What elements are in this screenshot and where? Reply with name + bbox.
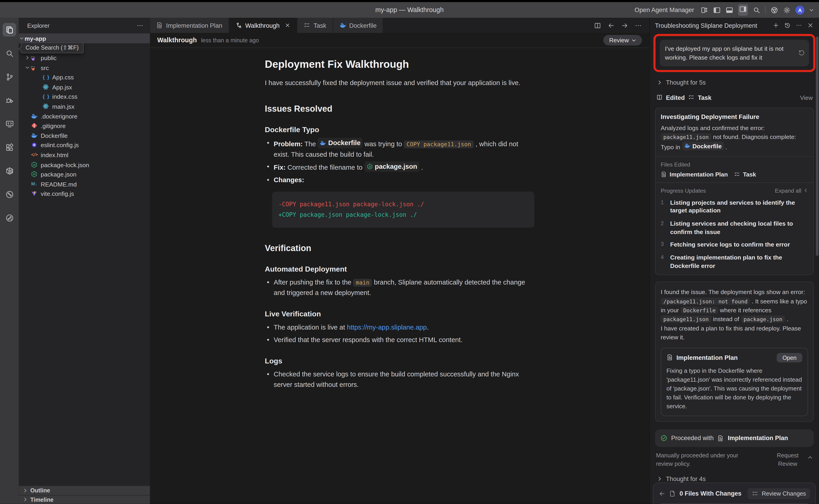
progress-item[interactable]: 2Listing services and checking local fil… <box>661 219 808 236</box>
investigation-card: Investigating Deployment Failure Analyze… <box>655 107 814 275</box>
edited-file-implementation-plan[interactable]: Implementation Plan <box>661 171 728 177</box>
close-panel-icon[interactable] <box>807 22 814 29</box>
tree-item-dockerfile[interactable]: Dockerfile <box>19 131 150 140</box>
chevron-right-icon <box>23 497 28 502</box>
tree-item-package-lock-json[interactable]: JSpackage-lock.json <box>19 160 150 169</box>
tree-item-main-jsx[interactable]: main.jsx <box>19 101 150 111</box>
chevron-down-icon[interactable] <box>809 8 814 12</box>
view-link[interactable]: View <box>800 94 813 101</box>
restore-checkpoint-icon[interactable] <box>798 50 805 56</box>
conversation-body: I've deployed my app on sliplane but it … <box>650 33 819 504</box>
bullet-list: After pushing the fix to the main branch… <box>265 277 534 298</box>
layout-grid-icon[interactable] <box>700 6 708 14</box>
tree-root-my-app[interactable]: my-app <box>19 33 150 43</box>
edited-file-name[interactable]: Task <box>698 94 711 101</box>
new-conversation-icon[interactable] <box>773 22 779 29</box>
activity-item-agent-graph[interactable] <box>3 187 16 201</box>
expand-all-button[interactable]: Expand all <box>775 187 808 194</box>
editor-more-icon[interactable] <box>635 22 642 29</box>
activity-item-search[interactable] <box>3 46 16 60</box>
progress-item[interactable]: 3Fetching service logs to confirm the er… <box>661 240 808 249</box>
tab-implementation-plan[interactable]: Implementation Plan <box>150 18 229 33</box>
navigate-back-icon[interactable] <box>607 22 615 29</box>
file-chip-dockerfile[interactable]: Dockerfile <box>318 138 363 148</box>
external-link[interactable]: https://my-app.sliplane.app <box>347 323 427 331</box>
tree-item-app-css[interactable]: { }App.css <box>19 72 150 82</box>
tree-item-index-html[interactable]: </>index.html <box>19 150 150 160</box>
thought-row-2[interactable]: Thought for 4s <box>657 475 814 482</box>
file-chip-package.json[interactable]: JSpackage.json <box>364 161 419 172</box>
bold-text: Problem: <box>274 140 303 148</box>
tree-item-readme-md[interactable]: M↓README.md <box>19 179 150 189</box>
progress-item[interactable]: 1Listing projects and services to identi… <box>661 198 808 215</box>
timeline-section[interactable]: Timeline <box>19 495 150 504</box>
review-changes-button[interactable]: Review Changes <box>748 488 810 499</box>
tab-label: Walkthrough <box>245 22 280 29</box>
tree-item--gitignore[interactable]: .gitignore <box>19 121 150 131</box>
activity-item-explorer[interactable] <box>3 23 16 37</box>
chevron-left-icon <box>803 188 808 193</box>
tree-item-src[interactable]: src <box>19 63 150 72</box>
request-review-button[interactable]: Request Review <box>772 452 803 468</box>
explorer-more-icon[interactable] <box>136 22 144 29</box>
thought-row-1[interactable]: Thought for 5s <box>657 79 814 86</box>
outline-section[interactable]: Outline <box>19 486 150 495</box>
activity-item-agent-settings[interactable] <box>3 211 16 225</box>
tree-item-vite-config-js[interactable]: vite.config.js <box>19 189 150 199</box>
activity-item-containers[interactable] <box>3 164 16 178</box>
inline-code: package11.json <box>661 316 711 323</box>
edited-file-row: Edited Task View <box>656 94 813 101</box>
browser-icon[interactable] <box>770 6 778 14</box>
panel-bottom-icon[interactable] <box>725 6 733 14</box>
panel-scrollbar[interactable] <box>816 37 818 256</box>
main-layout: Explorer my-app Code Search (⇧⌘F) node_m… <box>0 18 819 504</box>
edited-file-task[interactable]: Task <box>734 171 756 177</box>
investigation-summary: Analyzed logs and confirmed the error: p… <box>661 123 808 151</box>
open-agent-manager-button[interactable]: Open Agent Manager <box>634 6 694 14</box>
tab-dockerfile[interactable]: Dockerfile <box>333 18 383 33</box>
tab-walkthrough[interactable]: Walkthrough <box>229 18 297 33</box>
tree-item-public[interactable]: public <box>19 53 150 63</box>
changes-bar: 0 Files With Changes Review Changes <box>658 487 811 503</box>
tree-item-index-css[interactable]: { }index.css <box>19 92 150 101</box>
review-button[interactable]: Review <box>603 35 642 45</box>
activity-item-run-debug[interactable] <box>3 93 16 107</box>
proceeded-file[interactable]: Implementation Plan <box>728 435 788 442</box>
avatar[interactable]: A <box>796 5 804 14</box>
history-icon[interactable] <box>784 22 791 29</box>
tree-item-eslint-config-js[interactable]: eslint.config.js <box>19 140 150 150</box>
tab-task[interactable]: Task <box>297 18 333 33</box>
tree-item-label: public <box>41 54 57 61</box>
progress-text: Listing projects and services to identif… <box>670 198 808 215</box>
chevron-down-icon <box>25 65 30 70</box>
chat-input[interactable]: Ask anything (⌘L), @ to mention, / for w… <box>658 503 811 504</box>
tree-item--dockerignore[interactable]: .dockerignore <box>19 111 150 121</box>
navigate-forward-icon[interactable] <box>621 22 628 29</box>
tree-item-label: .gitignore <box>41 122 66 129</box>
inline-code: package11.json <box>661 133 711 141</box>
back-arrow-icon[interactable] <box>659 490 665 497</box>
gear-icon[interactable] <box>783 6 791 14</box>
file-chip-dockerfile[interactable]: Dockerfile <box>682 141 724 150</box>
document-scroll-area[interactable]: Deployment Fix WalkthroughI have success… <box>150 48 649 504</box>
activity-item-extensions[interactable] <box>3 141 16 154</box>
search-icon[interactable] <box>753 6 760 14</box>
progress-item[interactable]: 4Creating implementation plan to fix the… <box>661 253 808 270</box>
tree-item-package-json[interactable]: JSpackage.json <box>19 169 150 179</box>
panel-left-icon[interactable] <box>713 6 721 14</box>
list-item: Problem: The Dockerfile was trying to CO… <box>265 138 534 159</box>
conversation-title: Troubleshooting Sliplane Deployment <box>655 22 757 29</box>
bullet-list: Checked the service logs to ensure the b… <box>265 369 534 390</box>
panel-more-icon[interactable] <box>796 22 802 29</box>
activity-item-source-control[interactable] <box>3 70 16 84</box>
open-plan-button[interactable]: Open <box>777 353 802 362</box>
close-tab-icon[interactable] <box>285 23 291 28</box>
tree-item-app-jsx[interactable]: App.jsx <box>19 82 150 92</box>
chevron-up-icon[interactable] <box>807 455 813 460</box>
split-editor-icon[interactable] <box>594 22 601 29</box>
progress-number: 2 <box>661 219 666 236</box>
user-message[interactable]: I've deployed my app on sliplane but it … <box>660 40 809 66</box>
panel-right-toggle[interactable] <box>738 4 748 16</box>
activity-item-remote-explorer[interactable] <box>3 117 16 131</box>
document-header: Walkthrough less than a minute ago Revie… <box>150 33 649 48</box>
